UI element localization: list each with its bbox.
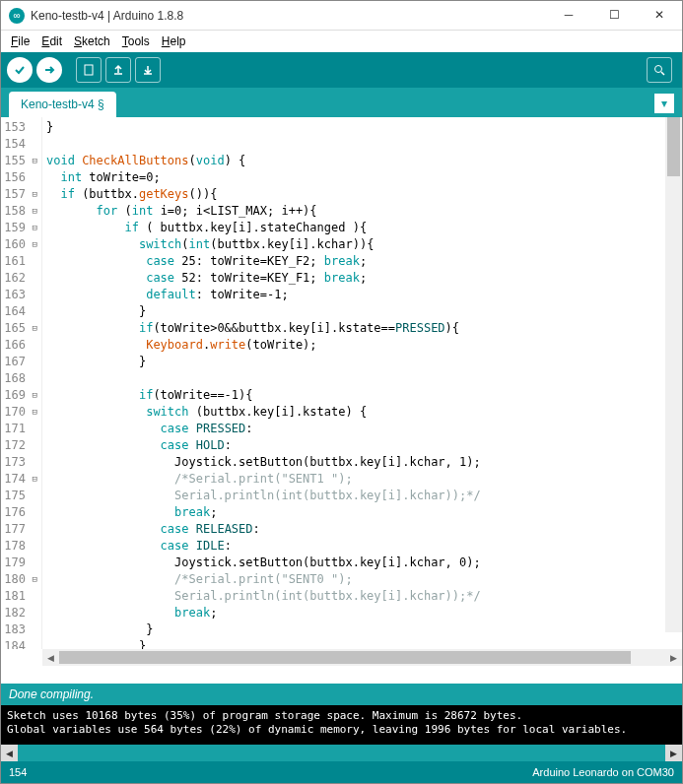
tab-menu-button[interactable]: ▾ (654, 94, 674, 113)
scroll-left-icon[interactable]: ◀ (42, 649, 59, 666)
menu-bar: File Edit Sketch Tools Help (1, 31, 682, 52)
editor: 153 154 155⊟156 157⊟158⊟159⊟160⊟161 162 … (1, 117, 682, 684)
code-content[interactable]: } void CheckAllButtons(void) { int toWri… (42, 117, 682, 649)
scroll-right-icon[interactable]: ▶ (665, 649, 682, 666)
minimize-button[interactable]: ─ (546, 1, 591, 31)
console-line: Global variables use 564 bytes (22%) of … (7, 723, 676, 737)
tab-sketch[interactable]: Keno-testb-v4 § (9, 92, 116, 117)
window-title: Keno-testb-v4 | Arduino 1.8.8 (31, 9, 546, 23)
menu-sketch[interactable]: Sketch (68, 33, 116, 50)
new-button[interactable] (76, 57, 102, 83)
board-port: Arduino Leonardo on COM30 (532, 766, 674, 778)
svg-rect-0 (85, 65, 93, 75)
menu-file[interactable]: File (5, 33, 35, 50)
svg-point-1 (655, 66, 662, 73)
close-button[interactable]: ✕ (637, 1, 682, 31)
scroll-right-icon[interactable]: ▶ (665, 745, 682, 761)
scroll-thumb-h[interactable] (59, 651, 631, 664)
menu-help[interactable]: Help (156, 33, 192, 50)
maximize-button[interactable]: ☐ (591, 1, 637, 31)
status-bar: 154 Arduino Leonardo on COM30 (1, 761, 682, 783)
cursor-line: 154 (9, 766, 27, 778)
menu-edit[interactable]: Edit (35, 33, 68, 50)
serial-monitor-button[interactable] (647, 57, 672, 83)
horizontal-scrollbar[interactable]: ◀ ▶ (42, 649, 682, 666)
menu-tools[interactable]: Tools (116, 33, 156, 50)
save-button[interactable] (135, 57, 161, 83)
compile-status: Done compiling. (1, 684, 682, 705)
app-icon (9, 8, 25, 24)
vertical-scrollbar[interactable] (665, 117, 682, 632)
svg-line-2 (661, 72, 664, 75)
line-gutter: 153 154 155⊟156 157⊟158⊟159⊟160⊟161 162 … (1, 117, 42, 649)
verify-button[interactable] (7, 57, 33, 83)
scroll-thumb[interactable] (667, 117, 680, 176)
scroll-left-icon[interactable]: ◀ (1, 745, 18, 761)
toolbar (1, 52, 682, 88)
open-button[interactable] (105, 57, 131, 83)
output-console[interactable]: Sketch uses 10168 bytes (35%) of program… (1, 705, 682, 745)
console-scrollbar[interactable]: ◀ ▶ (1, 745, 682, 761)
title-bar: Keno-testb-v4 | Arduino 1.8.8 ─ ☐ ✕ (1, 1, 682, 31)
upload-button[interactable] (36, 57, 62, 83)
code-area[interactable]: 153 154 155⊟156 157⊟158⊟159⊟160⊟161 162 … (1, 117, 682, 649)
console-line: Sketch uses 10168 bytes (35%) of program… (7, 709, 676, 723)
tab-bar: Keno-testb-v4 § ▾ (1, 88, 682, 117)
